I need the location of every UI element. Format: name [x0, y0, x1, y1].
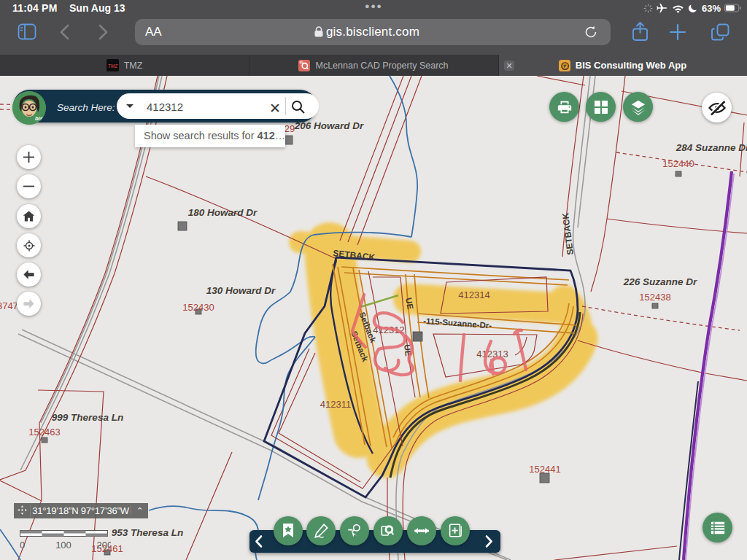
svg-text:152438: 152438 [639, 292, 670, 303]
svg-text:29: 29 [285, 123, 295, 134]
svg-text:152463: 152463 [28, 427, 60, 438]
svg-text:284 Suzanne Dr: 284 Suzanne Dr [676, 142, 747, 153]
svg-text:180 Howard Dr: 180 Howard Dr [188, 207, 258, 218]
svg-text:200ft: 200ft [97, 540, 111, 551]
svg-text:152440: 152440 [662, 158, 694, 169]
svg-text:999 Theresa Ln: 999 Theresa Ln [52, 412, 123, 423]
svg-text:0: 0 [20, 540, 25, 551]
svg-text:152441: 152441 [529, 464, 560, 475]
svg-text:953 Theresa Ln: 953 Theresa Ln [112, 527, 183, 538]
svg-text:100: 100 [55, 540, 71, 551]
svg-text:130 Howard Dr: 130 Howard Dr [206, 285, 276, 296]
svg-text:152430: 152430 [182, 302, 214, 313]
svg-text:226 Suzanne Dr: 226 Suzanne Dr [623, 276, 697, 287]
svg-text:412314: 412314 [458, 289, 489, 300]
svg-text:TMZ: TMZ [107, 63, 117, 69]
svg-text:412311: 412311 [320, 399, 351, 410]
